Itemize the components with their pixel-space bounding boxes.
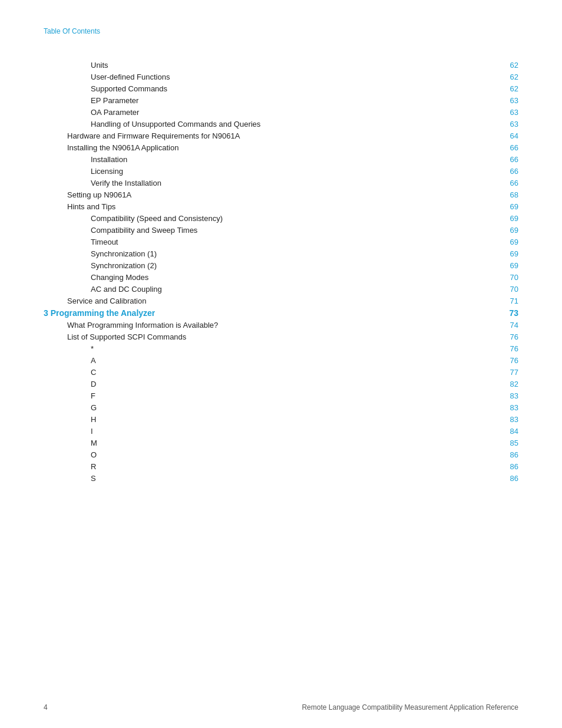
toc-item-label: 3 Programming the Analyzer: [44, 307, 495, 319]
toc-item-page: 68: [495, 189, 518, 200]
toc-item-page: 62: [495, 59, 518, 71]
toc-item-label: H: [44, 413, 495, 425]
toc-item-page: 74: [495, 319, 518, 331]
toc-item-label: S: [44, 472, 495, 484]
toc-item-page: 69: [495, 236, 518, 248]
toc-item-label: Synchronization (2): [44, 259, 495, 271]
toc-item-label: Installing the N9061A Application: [44, 141, 495, 153]
toc-item-page: 85: [495, 437, 518, 449]
toc-item-label: Licensing: [44, 165, 495, 177]
toc-item-label: C: [44, 366, 495, 378]
toc-item-page: 62: [495, 83, 518, 94]
toc-item-label: Synchronization (1): [44, 248, 495, 259]
toc-link[interactable]: Table Of Contents: [44, 27, 100, 35]
toc-item-page: 76: [495, 331, 518, 342]
toc-item-page: 73: [495, 307, 518, 319]
toc-item-page: 76: [495, 354, 518, 366]
toc-item-label: What Programming Information is Availabl…: [44, 319, 495, 331]
toc-item-label: Compatibility and Sweep Times: [44, 224, 495, 236]
toc-item-label: Changing Modes: [44, 271, 495, 283]
toc-item-label: Setting up N9061A: [44, 189, 495, 200]
toc-item-label: M: [44, 437, 495, 449]
toc-item-label: EP Parameter: [44, 94, 495, 106]
toc-item-page: 64: [495, 130, 518, 141]
toc-item-label: A: [44, 354, 495, 366]
footer: 4 Remote Language Compatibility Measurem…: [44, 703, 518, 711]
toc-item-page: 83: [495, 413, 518, 425]
toc-item-page: 70: [495, 271, 518, 283]
toc-item-page: 83: [495, 401, 518, 413]
toc-content: Units62User-defined Functions62Supported…: [0, 0, 562, 531]
toc-item-label: F: [44, 390, 495, 401]
toc-item-page: 66: [495, 141, 518, 153]
toc-item-label: Service and Calibration: [44, 295, 495, 307]
toc-item-label: Units: [44, 59, 495, 71]
toc-item-page: 69: [495, 224, 518, 236]
toc-item-page: 69: [495, 212, 518, 224]
footer-title: Remote Language Compatibility Measuremen…: [302, 703, 518, 711]
toc-item-label: Hardware and Firmware Requirements for N…: [44, 130, 495, 141]
toc-item-page: 62: [495, 71, 518, 83]
toc-item-page: 69: [495, 259, 518, 271]
toc-item-label: Verify the Installation: [44, 177, 495, 189]
toc-item-label: R: [44, 460, 495, 472]
toc-item-page: 63: [495, 106, 518, 118]
toc-item-page: 86: [495, 472, 518, 484]
toc-item-label: Installation: [44, 153, 495, 165]
toc-item-label: Supported Commands: [44, 83, 495, 94]
toc-item-label: AC and DC Coupling: [44, 283, 495, 295]
toc-item-page: 66: [495, 165, 518, 177]
toc-item-label: Compatibility (Speed and Consistency): [44, 212, 495, 224]
toc-item-page: 70: [495, 283, 518, 295]
toc-item-page: 69: [495, 200, 518, 212]
footer-page: 4: [44, 703, 48, 711]
toc-item-label: Hints and Tips: [44, 200, 495, 212]
toc-item-label: User-defined Functions: [44, 71, 495, 83]
toc-item-page: 63: [495, 118, 518, 130]
toc-item-page: 86: [495, 449, 518, 460]
toc-item-label: I: [44, 425, 495, 437]
toc-item-page: 84: [495, 425, 518, 437]
toc-table: Units62User-defined Functions62Supported…: [44, 59, 518, 484]
toc-item-label: D: [44, 378, 495, 390]
toc-item-page: 86: [495, 460, 518, 472]
toc-item-page: 69: [495, 248, 518, 259]
toc-item-label: O: [44, 449, 495, 460]
toc-item-page: 71: [495, 295, 518, 307]
toc-item-page: 66: [495, 153, 518, 165]
toc-item-page: 82: [495, 378, 518, 390]
toc-item-label: OA Parameter: [44, 106, 495, 118]
toc-item-label: G: [44, 401, 495, 413]
toc-item-page: 76: [495, 342, 518, 354]
toc-item-label: Handling of Unsupported Commands and Que…: [44, 118, 495, 130]
toc-item-label: *: [44, 342, 495, 354]
toc-item-label: List of Supported SCPI Commands: [44, 331, 495, 342]
toc-item-page: 63: [495, 94, 518, 106]
toc-item-page: 83: [495, 390, 518, 401]
toc-item-page: 77: [495, 366, 518, 378]
toc-item-page: 66: [495, 177, 518, 189]
toc-item-label: Timeout: [44, 236, 495, 248]
